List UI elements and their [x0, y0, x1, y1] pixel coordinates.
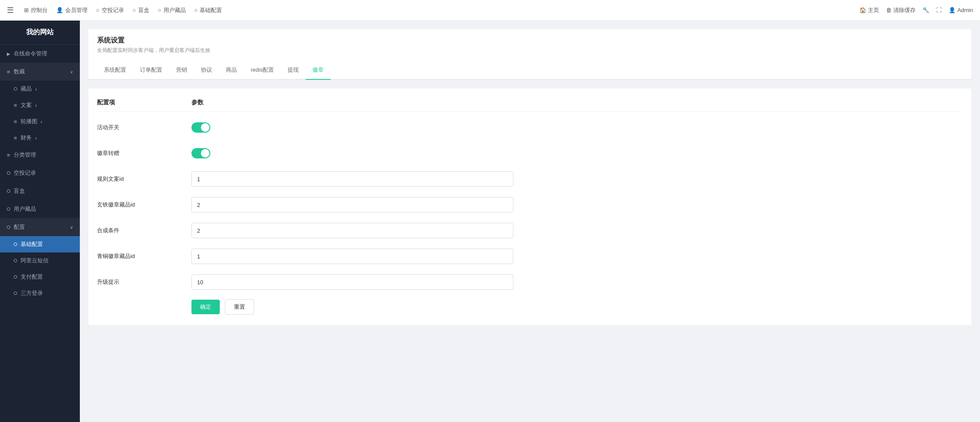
tool-icon: 🔧 [922, 7, 929, 13]
sidebar-item-pay-config[interactable]: 支付配置 [0, 269, 80, 285]
nav-admin[interactable]: 👤 Admin [949, 7, 973, 13]
value-upgrade-hint [191, 274, 963, 290]
form-row-upgrade-hint: 升级提示 [97, 273, 963, 291]
form-row-rule-doc-id: 规则文案id [97, 170, 963, 188]
main-layout: 我的网站 ▶ 在线命令管理 ≡ 数藏 ∨ 藏品 ‹ ≡ 文案 ‹ ≡ 轮播图 ‹… [0, 21, 980, 422]
menu-icon-copywriting: ≡ [14, 102, 17, 109]
tab-goods[interactable]: 商品 [219, 61, 244, 80]
value-activity-switch [191, 122, 963, 133]
top-nav-left: ⊞ 控制台 👤 会员管理 ○ 空投记录 ○ 盲盒 ○ 用户藏品 ○ 基础配置 [24, 6, 222, 14]
col-header-config: 配置项 [97, 99, 191, 106]
input-xuantie-badge-id[interactable] [191, 197, 513, 213]
tab-withdrawal[interactable]: 提现 [281, 61, 306, 80]
chevron-right-icon: ▶ [7, 52, 10, 56]
tab-sys-config[interactable]: 系统配置 [97, 61, 133, 80]
circle-icon-aircast2 [7, 171, 10, 175]
menu-icon-category: ≡ [7, 152, 10, 158]
label-rule-doc-id: 规则文案id [97, 175, 191, 183]
menu-icon-carousel: ≡ [14, 118, 17, 125]
sidebar-item-user-col2[interactable]: 用户藏品 [0, 200, 80, 218]
tab-order-config[interactable]: 订单配置 [133, 61, 169, 80]
sidebar-item-online-cmd[interactable]: ▶ 在线命令管理 [0, 45, 80, 63]
form-card: 配置项 参数 活动开关 徽章转赠 规则文案id [88, 88, 971, 325]
top-nav-right: 🏠 主页 🗑 清除缓存 🔧 ⛶ 👤 Admin [859, 6, 973, 14]
sidebar-item-finance[interactable]: ≡ 财务 ‹ [0, 130, 80, 146]
circle-icon-basic-config2 [14, 243, 17, 246]
toggle-activity-switch[interactable] [191, 122, 210, 133]
sidebar: 我的网站 ▶ 在线命令管理 ≡ 数藏 ∨ 藏品 ‹ ≡ 文案 ‹ ≡ 轮播图 ‹… [0, 21, 80, 422]
sidebar-item-data-group[interactable]: ≡ 数藏 ∨ [0, 63, 80, 81]
sidebar-item-third-login[interactable]: 三方登录 [0, 285, 80, 301]
toggle-badge-transfer[interactable] [191, 148, 210, 158]
nav-item-member[interactable]: 👤 会员管理 [56, 6, 88, 14]
chevron-left-icon-copywriting: ‹ [35, 102, 37, 109]
nav-item-dashboard[interactable]: ⊞ 控制台 [24, 6, 48, 14]
nav-home[interactable]: 🏠 主页 [859, 6, 879, 14]
user-icon: 👤 [56, 7, 63, 13]
value-bronze-badge-id [191, 249, 963, 264]
circle-icon-collections [14, 87, 17, 91]
form-row-badge-transfer: 徽章转赠 [97, 145, 963, 162]
sidebar-item-aliyun-sms[interactable]: 阿里云短信 [0, 252, 80, 269]
label-badge-transfer: 徽章转赠 [97, 149, 191, 157]
circle-icon-1: ○ [96, 7, 100, 13]
nav-item-aircast[interactable]: ○ 空投记录 [96, 6, 124, 14]
page-header: 系统设置 全局配置实时同步客户端，用户重启客户端后生效 [88, 29, 971, 61]
circle-icon-config [7, 225, 10, 229]
fullscreen-icon: ⛶ [936, 7, 942, 13]
value-rule-doc-id [191, 171, 963, 187]
sidebar-item-aircast2[interactable]: 空投记录 [0, 164, 80, 182]
trash-icon: 🗑 [886, 7, 892, 13]
sidebar-item-copywriting[interactable]: ≡ 文案 ‹ [0, 97, 80, 113]
nav-item-blindbox[interactable]: ○ 盲盒 [133, 6, 149, 14]
tab-marketing[interactable]: 营销 [169, 61, 194, 80]
sidebar-item-blindbox2[interactable]: 盲盒 [0, 182, 80, 200]
nav-item-basic-config[interactable]: ○ 基础配置 [194, 6, 222, 14]
btn-row: 确定 重置 [97, 299, 963, 315]
form-row-xuantie-badge-id: 玄铁徽章藏品id [97, 196, 963, 213]
chevron-down-icon-data: ∨ [70, 70, 73, 74]
chevron-left-icon-collections: ‹ [35, 86, 37, 92]
sidebar-item-basic-config2[interactable]: 基础配置 [0, 236, 80, 252]
nav-item-user-collections[interactable]: ○ 用户藏品 [158, 6, 186, 14]
circle-icon-blindbox2 [7, 189, 10, 193]
page-subtitle: 全局配置实时同步客户端，用户重启客户端后生效 [97, 47, 963, 54]
input-upgrade-hint[interactable] [191, 274, 513, 290]
label-upgrade-hint: 升级提示 [97, 278, 191, 286]
top-nav: ☰ ⊞ 控制台 👤 会员管理 ○ 空投记录 ○ 盲盒 ○ 用户藏品 ○ 基础配置… [0, 0, 980, 21]
circle-icon-third-login [14, 291, 17, 295]
input-bronze-badge-id[interactable] [191, 249, 513, 264]
sidebar-item-collections[interactable]: 藏品 ‹ [0, 81, 80, 97]
col-header-params: 参数 [191, 99, 963, 106]
home-icon: 🏠 [859, 7, 866, 13]
confirm-button[interactable]: 确定 [191, 300, 220, 314]
chevron-left-icon-carousel: ‹ [41, 118, 42, 125]
content-area: 系统设置 全局配置实时同步客户端，用户重启客户端后生效 系统配置 订单配置 营销… [80, 21, 980, 422]
value-xuantie-badge-id [191, 197, 963, 213]
nav-fullscreen[interactable]: ⛶ [936, 7, 942, 13]
hamburger-button[interactable]: ☰ [7, 6, 14, 15]
menu-icon-data: ≡ [7, 69, 10, 75]
reset-button[interactable]: 重置 [225, 299, 254, 315]
circle-icon-2: ○ [133, 7, 136, 13]
tab-redis-config[interactable]: redis配置 [244, 61, 281, 80]
tab-protocol[interactable]: 协议 [194, 61, 219, 80]
tab-badge[interactable]: 徽章 [306, 61, 331, 80]
input-compose-condition[interactable] [191, 223, 513, 238]
form-header-row: 配置项 参数 [97, 99, 963, 112]
input-rule-doc-id[interactable] [191, 171, 513, 187]
tabs-bar: 系统配置 订单配置 营销 协议 商品 redis配置 提现 徽章 [88, 61, 971, 80]
value-badge-transfer [191, 148, 963, 158]
nav-tool[interactable]: 🔧 [922, 7, 929, 13]
form-row-bronze-badge-id: 青铜徽章藏品id [97, 248, 963, 265]
circle-icon-3: ○ [158, 7, 161, 13]
nav-clear-cache[interactable]: 🗑 清除缓存 [886, 6, 916, 14]
label-bronze-badge-id: 青铜徽章藏品id [97, 252, 191, 260]
circle-icon-pay-config [14, 275, 17, 279]
sidebar-item-config-group[interactable]: 配置 ∨ [0, 218, 80, 236]
form-row-activity-switch: 活动开关 [97, 119, 963, 136]
sidebar-item-category[interactable]: ≡ 分类管理 [0, 146, 80, 164]
circle-icon-user-col2 [7, 207, 10, 211]
form-row-compose-condition: 合成条件 [97, 222, 963, 239]
sidebar-item-carousel[interactable]: ≡ 轮播图 ‹ [0, 113, 80, 130]
